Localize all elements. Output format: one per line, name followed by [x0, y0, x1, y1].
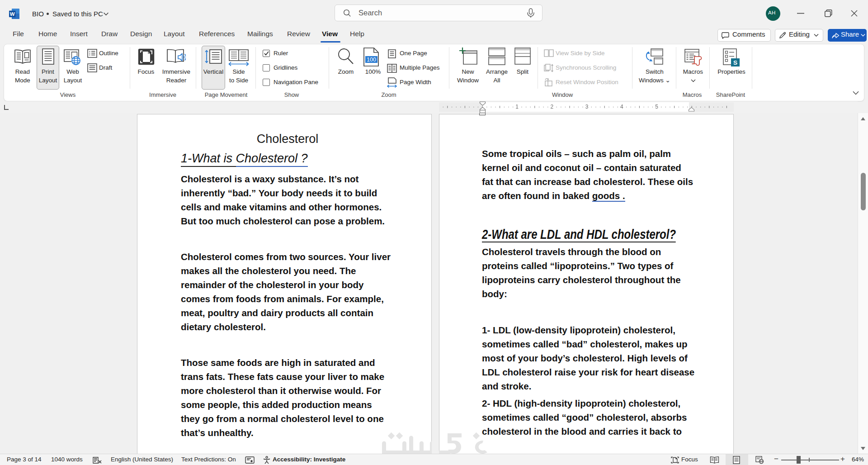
svg-text:100: 100	[367, 57, 376, 63]
svg-text:S: S	[733, 59, 737, 66]
